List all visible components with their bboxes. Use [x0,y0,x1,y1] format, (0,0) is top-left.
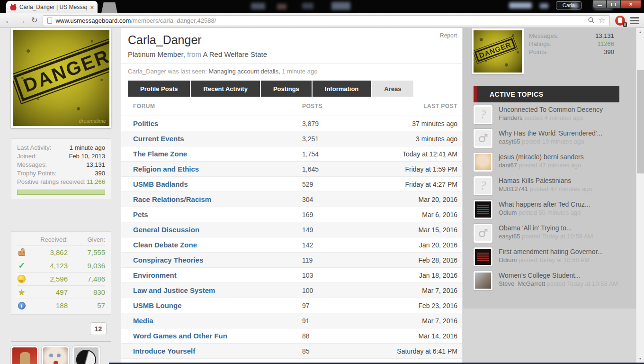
profile-avatar[interactable]: DANGER dreamstime [11,28,111,128]
table-row: USMB Badlands529Friday at 4:27 PM [121,177,462,192]
menu-icon[interactable] [630,17,639,24]
last-post-date: Mar 14, 2016 [397,332,457,340]
ratings-box: Received: Given: 3,862 7,555 ✓ 4,123 9,0… [11,231,111,315]
topic-title-link[interactable]: What happens after Ted Cruz... [499,200,590,209]
back-icon[interactable]: ← [5,17,13,25]
rating-given: 830 [68,288,105,296]
topic-avatar-question-icon[interactable]: ? [474,176,492,195]
forum-link[interactable]: Law and Justice System [133,286,302,294]
forum-link[interactable]: Conspiracy Theories [133,256,302,264]
topic-avatar-dark-poster[interactable] [474,200,492,219]
forum-link[interactable]: USMB Lounge [133,301,302,309]
topic-user-link[interactable]: Odium [499,209,517,216]
report-link[interactable]: Report [440,32,457,39]
forum-link[interactable]: Pets [133,210,302,218]
rating-received: 188 [30,301,68,309]
informative-icon: i [17,301,26,310]
address-bar[interactable]: www.usmessageboard.com/members/carla_dan… [43,15,610,26]
minimize-button[interactable] [593,0,607,9]
topic-avatar-question-icon[interactable]: ? [474,105,492,124]
adblock-extension-icon[interactable]: 6 [615,16,625,26]
forum-link[interactable]: Religion and Ethics [133,165,302,173]
topic-avatar-male-icon[interactable]: ♂ [474,224,492,243]
tab-recent-activity[interactable]: Recent Activity [191,81,259,97]
forum-link[interactable]: Race Relations/Racism [133,195,302,203]
red-poster-thumbnail[interactable] [11,346,38,364]
active-topic-item[interactable]: ? Unconnected To Common Decency Flanders… [474,105,625,125]
forum-link[interactable]: General Discussion [133,226,302,234]
url-host: www.usmessageboard.com [55,17,131,24]
vertical-scrollbar[interactable]: ▲ ▼ [636,28,644,364]
new-tab-button[interactable] [101,2,117,13]
url-text[interactable]: www.usmessageboard.com/members/carla_dan… [55,17,216,24]
close-button[interactable]: × [620,0,641,9]
active-topic-item[interactable]: ♂ Obama 'All in' Trying to... easyt65 po… [474,224,625,243]
posts-count: 169 [302,211,397,218]
tab-profile-posts[interactable]: Profile Posts [128,81,190,97]
tab-postings[interactable]: Postings [261,81,312,97]
last-post-date: 3 minutes ago [397,135,457,143]
background-window-blur [331,2,350,10]
profile-tabs: Profile Posts Recent Activity Postings I… [128,81,462,97]
forum-link[interactable]: The Flame Zone [133,150,302,158]
topic-title-link[interactable]: Women's College Student... [499,272,618,280]
forum-link[interactable]: Introduce Yourself [133,347,302,355]
topic-user-link[interactable]: dani67 [499,162,517,169]
topic-title-link[interactable]: Why Has the World 'Surrendered'... [499,129,602,137]
active-topic-item[interactable]: Women's College Student... Steve_McGarre… [474,271,625,291]
tab-information[interactable]: Information [313,81,371,97]
topic-title-link[interactable]: Obama 'All in' Trying to... [499,224,593,232]
topic-title-link[interactable]: jesus (miracle) berni sanders [499,153,584,161]
forum-link[interactable]: Environment [133,271,302,279]
stat-value[interactable]: 11,266 [87,178,105,186]
forum-link[interactable]: Word Games and Other Fun [133,332,302,340]
forum-link[interactable]: USMB Badlands [133,180,302,188]
active-topic-item[interactable]: ? Hamas Kills Palestinians MJB12741 post… [474,176,625,196]
tab-close-icon[interactable]: × [90,4,94,10]
chrome-profile-button[interactable]: Carla [556,1,581,9]
topic-avatar-couple-photo[interactable] [474,271,492,290]
maximize-button[interactable] [607,0,620,9]
active-topic-item[interactable]: What happens after Ted Cruz... Odium pos… [474,200,625,219]
stat-label: Positive ratings received: [17,178,86,186]
member-location-link[interactable]: A Red Welfare State [203,50,267,58]
pagination-badge[interactable]: 12 [90,322,107,335]
topic-avatar-dark-poster[interactable] [474,247,492,266]
browser-tab[interactable]: Carla_Danger | US Messag × [6,1,98,13]
active-topic-item[interactable]: jesus (miracle) berni sanders dani67 pos… [474,153,625,172]
penguin-yin-yang-thumbnail[interactable] [72,346,100,364]
topic-avatar-child-photo[interactable] [474,153,492,172]
active-topic-item[interactable]: First amendment hating Governor... Odium… [474,247,625,267]
topic-user-link[interactable]: Odium [499,256,517,264]
topic-user-link[interactable]: Flanders [499,114,523,121]
forum-table-rows: Politics3,87937 minutes ago Current Even… [121,116,462,364]
tab-title: Carla_Danger | US Messag [19,4,87,10]
topic-user-link[interactable]: MJB12741 [499,185,528,192]
topic-avatar-male-icon[interactable]: ♂ [474,129,492,148]
topic-user-link[interactable]: easyt65 [499,233,520,240]
scrollbar-thumb[interactable] [637,70,644,173]
forum-link[interactable]: Current Events [133,135,302,143]
topic-title-link[interactable]: Hamas Kills Palestinians [499,177,592,185]
last-post-date: Saturday at 6:41 PM [397,347,457,355]
member-card-avatar[interactable]: DANGER [472,28,524,74]
forum-link[interactable]: Politics [133,119,302,127]
reload-icon[interactable]: ↻ [31,17,37,24]
scroll-up-icon[interactable]: ▲ [636,28,644,36]
forum-link[interactable]: Media [133,317,302,325]
forward-icon[interactable]: → [18,17,26,25]
topic-title-link[interactable]: First amendment hating Governor... [499,248,603,256]
clown-face-thumbnail[interactable] [42,346,69,364]
zoom-search-icon[interactable] [588,17,595,24]
bookmark-star-icon[interactable]: ☆ [599,17,605,24]
page-icon[interactable] [47,18,52,24]
topic-user-link[interactable]: easyt65 [499,138,520,145]
table-row: Pets169Mar 6, 2016 [121,207,462,222]
scroll-down-icon[interactable]: ▼ [636,355,644,362]
active-topic-item[interactable]: ♂ Why Has the World 'Surrendered'... eas… [474,129,625,148]
topic-user-link[interactable]: Steve_McGarrett [499,280,545,287]
stat-value[interactable]: 11266 [598,40,614,48]
tab-areas[interactable]: Areas [372,81,413,97]
topic-title-link[interactable]: Unconnected To Common Decency [499,106,603,114]
forum-link[interactable]: Clean Debate Zone [133,241,302,249]
